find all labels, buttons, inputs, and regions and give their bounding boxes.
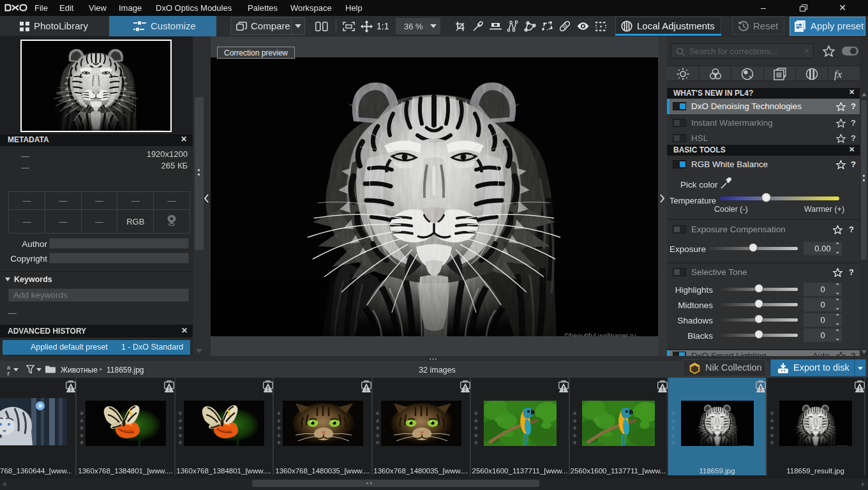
svg-text:fx: fx [834, 68, 842, 80]
svg-text:z: z [7, 370, 10, 376]
